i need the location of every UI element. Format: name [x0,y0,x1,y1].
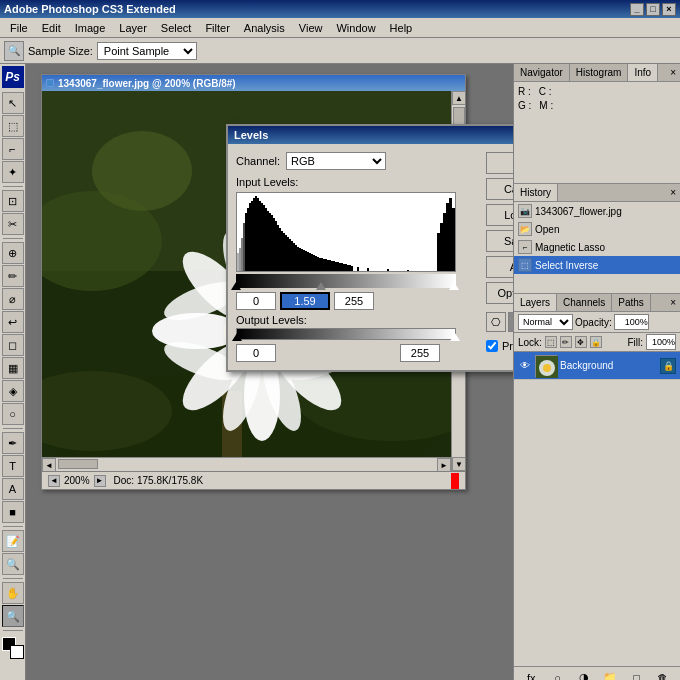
channel-select[interactable]: RGB Red Green Blue [286,152,386,170]
eraser-tool[interactable]: ◻ [2,334,24,356]
add-style-button[interactable]: fx [523,670,539,681]
new-adjustment-button[interactable]: ◑ [576,670,592,681]
blend-mode-select[interactable]: Normal Multiply Screen [518,314,573,330]
path-selection-tool[interactable]: A [2,478,24,500]
dodge-tool[interactable]: ○ [2,403,24,425]
pen-tool[interactable]: ✒ [2,432,24,454]
history-item-0[interactable]: 📷 1343067_flower.jpg [514,202,680,220]
slice-tool[interactable]: ✂ [2,213,24,235]
menu-layer[interactable]: Layer [113,21,153,35]
menu-image[interactable]: Image [69,21,112,35]
scroll-up-arrow[interactable]: ▲ [452,91,465,105]
menu-filter[interactable]: Filter [199,21,235,35]
history-item-3[interactable]: ⬚ Select Inverse [514,256,680,274]
lock-image-icon[interactable]: ✏ [560,336,572,348]
svg-rect-92 [349,265,351,272]
auto-button[interactable]: Auto [486,256,513,278]
healing-tool[interactable]: ⊕ [2,242,24,264]
paths-tab[interactable]: Paths [612,294,651,311]
midpoint-handle[interactable] [316,282,326,290]
history-panel-close[interactable]: × [666,184,680,201]
layers-panel-close[interactable]: × [666,294,680,311]
menu-view[interactable]: View [293,21,329,35]
horizontal-scrollbar[interactable]: ◄ ► [42,457,451,471]
blur-tool[interactable]: ◈ [2,380,24,402]
lock-position-icon[interactable]: ✥ [575,336,587,348]
menu-analysis[interactable]: Analysis [238,21,291,35]
scroll-left-arrow[interactable]: ◄ [42,458,56,471]
sample-size-label: Sample Size: [28,45,93,57]
add-mask-button[interactable]: ○ [549,670,565,681]
nav-prev-btn[interactable]: ◄ [48,475,60,487]
layer-visibility-icon[interactable]: 👁 [518,359,532,373]
lasso-tool[interactable]: ⌐ [2,138,24,160]
save-button[interactable]: Save... [486,230,513,252]
menu-select[interactable]: Select [155,21,198,35]
history-brush-tool[interactable]: ↩ [2,311,24,333]
input-slider[interactable] [236,274,456,288]
lock-transparent-icon[interactable]: ⬚ [545,336,557,348]
hand-tool[interactable]: ✋ [2,582,24,604]
navigator-tab[interactable]: Navigator [514,64,570,81]
output-min-field[interactable]: 0 [236,344,276,362]
new-layer-button[interactable]: □ [628,670,644,681]
input-mid-field[interactable]: 1.59 [280,292,330,310]
lock-all-icon[interactable]: 🔒 [590,336,602,348]
nav-panel-close[interactable]: × [666,64,680,81]
output-white-handle[interactable] [450,333,460,341]
close-button[interactable]: × [662,3,676,16]
white-point-handle[interactable] [449,282,459,290]
maximize-button[interactable]: □ [646,3,660,16]
nav-next-btn[interactable]: ► [94,475,106,487]
opacity-input[interactable] [614,314,649,330]
channels-tab[interactable]: Channels [557,294,612,311]
move-tool[interactable]: ↖ [2,92,24,114]
delete-layer-button[interactable]: 🗑 [655,670,671,681]
black-point-handle[interactable] [231,282,241,290]
preview-checkbox[interactable] [486,340,498,352]
gradient-tool[interactable]: ▦ [2,357,24,379]
info-tab[interactable]: Info [628,64,658,81]
layers-tab[interactable]: Layers [514,294,557,311]
type-tool[interactable]: T [2,455,24,477]
cancel-button[interactable]: Cancel [486,178,513,200]
fill-input[interactable] [646,334,676,350]
minimize-button[interactable]: _ [630,3,644,16]
zoom-tool[interactable]: 🔍 [2,605,24,627]
scroll-thumb-h[interactable] [58,459,98,469]
shape-tool[interactable]: ■ [2,501,24,523]
input-min-field[interactable]: 0 [236,292,276,310]
scroll-down-arrow[interactable]: ▼ [452,457,465,471]
crop-tool[interactable]: ⊡ [2,190,24,212]
eyedropper-tool[interactable]: 🔍 [2,553,24,575]
ok-button[interactable]: OK [486,152,513,174]
history-tab[interactable]: History [514,184,558,201]
scroll-track-h[interactable] [56,458,437,471]
history-item-2[interactable]: ⌐ Magnetic Lasso [514,238,680,256]
history-item-1[interactable]: 📂 Open [514,220,680,238]
scroll-right-arrow[interactable]: ► [437,458,451,471]
magic-wand-tool[interactable]: ✦ [2,161,24,183]
new-group-button[interactable]: 📁 [602,670,618,681]
output-black-handle[interactable] [232,333,242,341]
notes-tool[interactable]: 📝 [2,530,24,552]
menu-file[interactable]: File [4,21,34,35]
gray-eyedropper[interactable]: ⎔ [508,312,513,332]
background-color[interactable] [10,645,24,659]
layer-background[interactable]: 👁 Background 🔒 [514,352,680,380]
load-button[interactable]: Load... [486,204,513,226]
options-button[interactable]: Options... [486,282,513,304]
output-max-field[interactable]: 255 [400,344,440,362]
black-eyedropper[interactable]: ⎔ [486,312,506,332]
histogram-tab[interactable]: Histogram [570,64,629,81]
menu-window[interactable]: Window [330,21,381,35]
input-max-field[interactable]: 255 [334,292,374,310]
marquee-tool[interactable]: ⬚ [2,115,24,137]
sample-size-select[interactable]: Point Sample 3 by 3 Average 5 by 5 Avera… [97,42,197,60]
menu-help[interactable]: Help [384,21,419,35]
clone-tool[interactable]: ⌀ [2,288,24,310]
menu-edit[interactable]: Edit [36,21,67,35]
svg-rect-70 [305,251,307,272]
brush-tool[interactable]: ✏ [2,265,24,287]
output-slider[interactable] [236,328,456,340]
